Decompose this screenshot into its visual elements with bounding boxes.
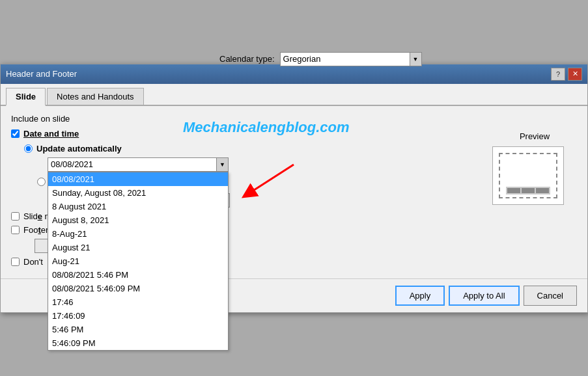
dont-show-checkbox[interactable] bbox=[11, 258, 20, 266]
calendar-type-area: Calendar type: ▼ bbox=[219, 52, 482, 66]
preview-bar-2 bbox=[522, 188, 535, 193]
dialog-title: Header and Footer bbox=[6, 69, 77, 79]
date-option-9[interactable]: 17:46 bbox=[48, 295, 228, 309]
date-option-5[interactable]: August 21 bbox=[48, 241, 228, 254]
tab-slide[interactable]: Slide bbox=[6, 88, 46, 106]
include-on-slide-label: Include on slide bbox=[11, 114, 577, 124]
footer-checkbox[interactable] bbox=[11, 226, 20, 234]
main-area: Date and time Update automatically ▼ bbox=[11, 129, 577, 271]
left-panel: Date and time Update automatically ▼ bbox=[11, 129, 482, 271]
fixed-radio[interactable] bbox=[37, 178, 46, 186]
calendar-type-label: Calendar type: bbox=[219, 54, 275, 64]
date-option-10[interactable]: 17:46:09 bbox=[48, 309, 228, 323]
date-option-8[interactable]: 08/08/2021 5:46:09 PM bbox=[48, 282, 228, 295]
date-option-0[interactable]: 08/08/2021 bbox=[48, 172, 228, 186]
date-option-6[interactable]: Aug-21 bbox=[48, 254, 228, 268]
preview-label: Preview bbox=[492, 131, 577, 141]
date-option-3[interactable]: August 8, 2021 bbox=[48, 213, 228, 227]
preview-inner bbox=[499, 153, 557, 198]
date-format-dropdown-row: ▼ 08/08/2021 Sunday, August 08, 2021 8 A… bbox=[48, 157, 482, 172]
date-format-dropdown-list: 08/08/2021 Sunday, August 08, 2021 8 Aug… bbox=[48, 172, 229, 351]
date-option-12[interactable]: 5:46:09 PM bbox=[48, 336, 228, 350]
preview-bottom-bar bbox=[506, 187, 551, 195]
date-time-label[interactable]: Date and time bbox=[23, 129, 79, 139]
date-format-dropdown-btn[interactable]: ▼ bbox=[217, 157, 229, 172]
tab-content: Mechanicalengblog.com Include on slide D… bbox=[1, 106, 587, 278]
right-panel: Preview bbox=[492, 129, 577, 271]
slide-number-checkbox[interactable] bbox=[11, 212, 20, 221]
help-button[interactable]: ? bbox=[551, 68, 565, 81]
update-auto-radio[interactable] bbox=[24, 144, 33, 153]
preview-bar-1 bbox=[507, 188, 520, 193]
date-option-2[interactable]: 8 August 2021 bbox=[48, 200, 228, 213]
date-option-11[interactable]: 5:46 PM bbox=[48, 323, 228, 336]
close-button[interactable]: ✕ bbox=[568, 68, 582, 81]
date-time-checkbox[interactable] bbox=[11, 129, 20, 138]
radio-group: Update automatically ▼ 08/08/2021 Sunday… bbox=[24, 144, 482, 208]
cancel-button[interactable]: Cancel bbox=[524, 286, 577, 306]
footer-label: Footer bbox=[23, 225, 48, 235]
title-bar-controls: ? ✕ bbox=[551, 68, 582, 81]
calendar-dropdown: ▼ bbox=[280, 52, 422, 66]
title-bar: Header and Footer ? ✕ bbox=[1, 64, 587, 84]
date-option-1[interactable]: Sunday, August 08, 2021 bbox=[48, 186, 228, 200]
header-footer-dialog: Header and Footer ? ✕ Slide Notes and Ha… bbox=[0, 64, 588, 313]
tab-bar: Slide Notes and Handouts bbox=[1, 84, 587, 106]
preview-bar-3 bbox=[536, 188, 549, 193]
date-time-row: Date and time bbox=[11, 129, 482, 139]
date-format-input[interactable] bbox=[48, 157, 217, 172]
apply-to-all-button[interactable]: Apply to All bbox=[449, 286, 519, 306]
preview-box bbox=[492, 146, 564, 205]
date-option-7[interactable]: 08/08/2021 5:46 PM bbox=[48, 268, 228, 282]
update-auto-label[interactable]: Update automatically bbox=[36, 144, 122, 154]
dialog-body: Slide Notes and Handouts Mechanicalengbl… bbox=[1, 84, 587, 278]
update-auto-row: Update automatically bbox=[24, 144, 482, 154]
tab-notes-handouts[interactable]: Notes and Handouts bbox=[47, 88, 144, 105]
calendar-type-btn[interactable]: ▼ bbox=[410, 52, 422, 66]
date-option-4[interactable]: 8-Aug-21 bbox=[48, 227, 228, 241]
apply-button[interactable]: Apply bbox=[395, 286, 445, 306]
calendar-type-input[interactable] bbox=[280, 52, 410, 66]
dont-show-label: Don't bbox=[23, 257, 43, 267]
